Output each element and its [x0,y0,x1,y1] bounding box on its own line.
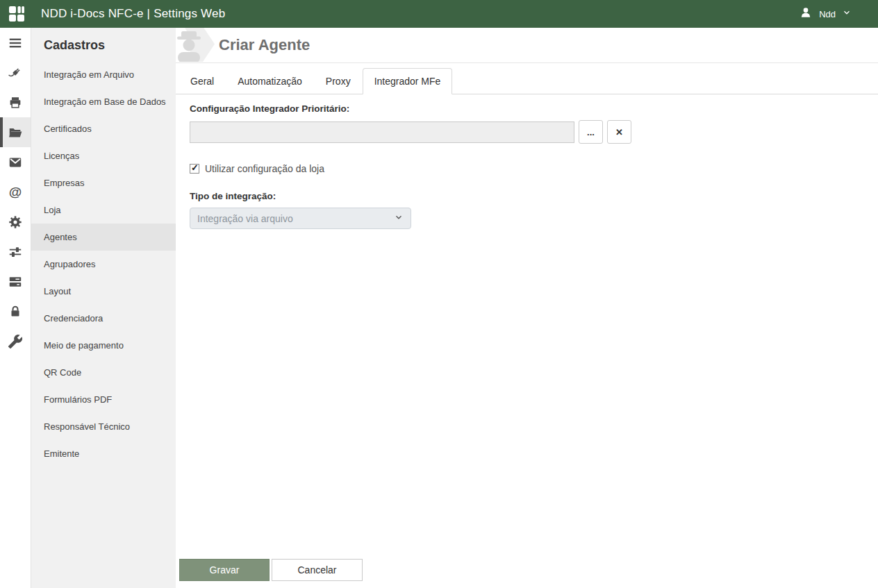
store-config-checkbox-label: Utilizar configuração da loja [205,163,324,174]
cancel-button[interactable]: Cancelar [272,559,363,581]
rail-item-email-config[interactable] [0,177,31,207]
envelope-icon [8,155,23,170]
sidebar-item-qr-code[interactable]: QR Code [31,359,176,386]
rail-item-printer[interactable] [0,87,31,117]
sidebar-item-integracao-arquivo[interactable]: Integração em Arquivo [31,61,176,88]
user-name: Ndd [819,9,836,19]
tab-proxy[interactable]: Proxy [314,68,363,94]
rail-item-plug[interactable] [0,58,31,87]
sidebar-item-responsavel-tecnico[interactable]: Responsável Técnico [31,413,176,440]
sidebar-item-emitente[interactable]: Emitente [31,440,176,467]
rail-item-mail[interactable] [0,147,31,177]
sidebar-item-agentes[interactable]: Agentes [31,224,176,251]
tab-automatizacao[interactable]: Automatização [226,68,314,94]
select-chevron-down-icon [394,212,404,224]
sidebar-item-loja[interactable]: Loja [31,196,176,224]
integration-type-value: Integração via arquivo [197,213,293,224]
sliders-icon [8,244,23,260]
sidebar-item-layout[interactable]: Layout [31,278,176,305]
page-title: Criar Agente [219,36,310,54]
gear-icon [8,215,23,230]
printer-icon [8,95,23,110]
at-sign-icon [9,185,22,200]
sidebar-item-integracao-base-dados[interactable]: Integração em Base de Dados [31,88,176,115]
icon-rail [0,28,31,588]
sidebar-title: Cadastros [31,28,176,61]
tab-bar: Geral Automatização Proxy Integrador MFe [176,63,878,94]
form-actions: Gravar Cancelar [179,559,363,581]
rail-item-menu[interactable] [0,28,31,58]
sidebar-item-formularios-pdf[interactable]: Formulários PDF [31,386,176,413]
app-logo-icon [8,6,25,22]
app-title: NDD i-Docs NFC-e | Settings Web [41,7,225,21]
save-button[interactable]: Gravar [179,559,270,581]
store-config-checkbox[interactable] [190,164,199,174]
lock-icon [8,304,23,319]
priority-config-label: Configuração Integrador Prioritário: [190,103,864,114]
top-bar: NDD i-Docs NFC-e | Settings Web Ndd [0,0,878,28]
tab-integrador-mfe[interactable]: Integrador MFe [363,68,453,94]
rail-item-preferences[interactable] [0,237,31,267]
rail-item-settings[interactable] [0,207,31,237]
tab-geral[interactable]: Geral [179,68,226,94]
browse-button[interactable]: ... [579,120,603,144]
rail-item-services[interactable] [0,267,31,296]
rail-item-security[interactable] [0,296,31,326]
rail-item-cadastros[interactable] [0,117,31,147]
sidebar-item-empresas[interactable]: Empresas [31,169,176,196]
user-menu[interactable]: Ndd [799,6,852,22]
sidebar-item-credenciadora[interactable]: Credenciadora [31,305,176,332]
agent-breadcrumb-icon [176,28,219,63]
integrador-mfe-panel: Configuração Integrador Prioritário: ...… [176,94,878,238]
server-icon [8,274,23,289]
priority-config-input[interactable] [190,121,574,143]
folder-open-icon [8,125,23,140]
sidebar-item-meio-pagamento[interactable]: Meio de pagamento [31,332,176,359]
integration-type-label: Tipo de integração: [190,191,864,201]
wrench-icon [8,334,23,349]
sidebar-item-licencas[interactable]: Licenças [31,142,176,169]
menu-icon [8,35,23,51]
rail-item-tools[interactable] [0,326,31,356]
clear-button[interactable]: ✕ [607,120,631,144]
integration-type-select[interactable]: Integração via arquivo [190,208,411,229]
sidebar-cadastros: Cadastros Integração em Arquivo Integraç… [31,28,176,588]
user-icon [799,6,813,22]
main-content: Criar Agente Geral Automatização Proxy I… [176,28,878,588]
page-header: Criar Agente [176,28,878,63]
sidebar-item-agrupadores[interactable]: Agrupadores [31,251,176,278]
plug-icon [8,65,23,81]
chevron-down-icon [842,8,852,20]
sidebar-item-certificados[interactable]: Certificados [31,115,176,142]
